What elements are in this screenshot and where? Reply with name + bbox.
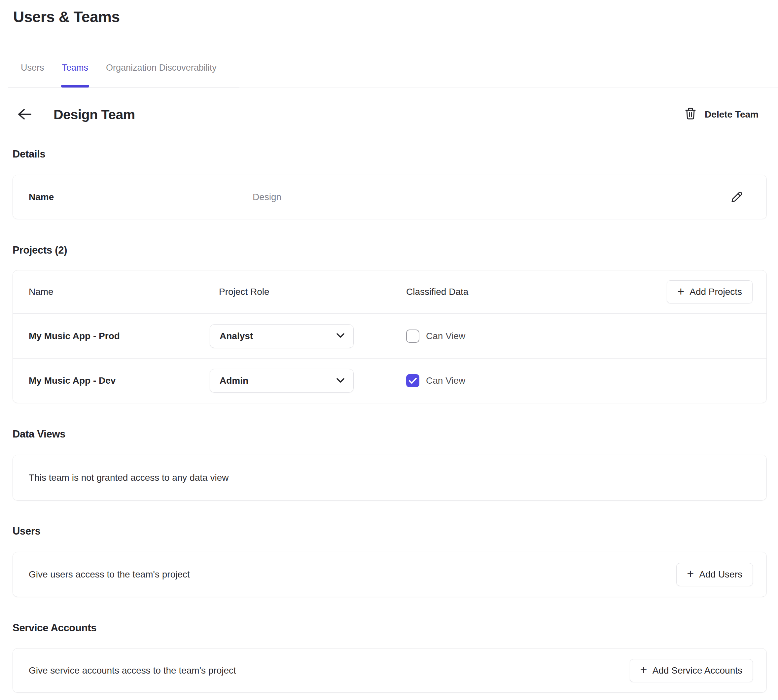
service-accounts-heading: Service Accounts	[13, 622, 767, 634]
project-role-value: Admin	[220, 375, 248, 386]
arrow-left-icon	[17, 108, 32, 121]
tab-organization-discoverability[interactable]: Organization Discoverability	[106, 63, 217, 73]
can-view-label: Can View	[426, 331, 465, 342]
tab-teams[interactable]: Teams	[62, 63, 88, 73]
tab-users[interactable]: Users	[21, 63, 44, 73]
users-heading: Users	[13, 525, 767, 537]
users-description: Give users access to the team's project	[29, 569, 190, 580]
column-header-project-role: Project Role	[210, 287, 270, 297]
delete-team-label: Delete Team	[705, 109, 758, 120]
projects-heading: Projects (2)	[13, 244, 767, 256]
add-projects-button[interactable]: + Add Projects	[667, 280, 753, 303]
can-view-label: Can View	[426, 375, 465, 386]
table-row-project-dev: My Music App - Dev Admin Ca	[13, 358, 766, 403]
users-card: Give users access to the team's project …	[13, 552, 767, 597]
service-accounts-card: Give service accounts access to the team…	[13, 648, 767, 693]
projects-table-header: Name Project Role Classified Data + Add …	[13, 270, 766, 314]
add-service-accounts-button[interactable]: + Add Service Accounts	[630, 659, 753, 682]
plus-icon: +	[640, 664, 647, 676]
details-card: Name Design	[13, 175, 767, 219]
name-label: Name	[29, 192, 253, 202]
data-views-card: This team is not granted access to any d…	[13, 455, 767, 500]
trash-icon	[685, 107, 696, 122]
pencil-icon	[731, 190, 743, 204]
chevron-down-icon	[336, 333, 345, 339]
chevron-down-icon	[336, 378, 345, 384]
project-role-select[interactable]: Admin	[210, 369, 354, 393]
add-users-label: Add Users	[699, 569, 742, 580]
details-heading: Details	[13, 148, 767, 160]
delete-team-button[interactable]: Delete Team	[685, 107, 758, 122]
add-users-button[interactable]: + Add Users	[676, 563, 753, 586]
plus-icon: +	[687, 568, 694, 580]
checkmark-icon	[408, 377, 417, 384]
column-header-classified-data: Classified Data	[406, 287, 667, 297]
data-views-empty-text: This team is not granted access to any d…	[29, 472, 228, 483]
data-views-heading: Data Views	[13, 428, 767, 440]
back-button[interactable]	[17, 107, 32, 122]
service-accounts-description: Give service accounts access to the team…	[29, 665, 236, 676]
projects-table: Name Project Role Classified Data + Add …	[13, 270, 767, 403]
team-title: Design Team	[53, 107, 135, 122]
page-title: Users & Teams	[13, 8, 767, 26]
project-role-select[interactable]: Analyst	[210, 324, 354, 348]
project-role-value: Analyst	[220, 331, 253, 342]
team-header: Design Team Delete Team	[13, 107, 767, 122]
add-service-accounts-label: Add Service Accounts	[653, 665, 742, 676]
name-value: Design	[253, 192, 282, 202]
column-header-name: Name	[29, 287, 210, 297]
tab-divider	[13, 88, 778, 88]
plus-icon: +	[677, 286, 684, 298]
project-name: My Music App - Dev	[29, 375, 210, 386]
project-name: My Music App - Prod	[29, 331, 210, 342]
can-view-checkbox[interactable]	[406, 374, 419, 387]
page: Users & Teams Users Teams Organization D…	[0, 8, 778, 693]
can-view-checkbox[interactable]	[406, 330, 419, 343]
add-projects-label: Add Projects	[690, 287, 742, 297]
edit-name-button[interactable]	[730, 190, 745, 205]
tab-bar: Users Teams Organization Discoverability	[13, 63, 767, 88]
table-row-project-prod: My Music App - Prod Analyst	[13, 314, 766, 358]
